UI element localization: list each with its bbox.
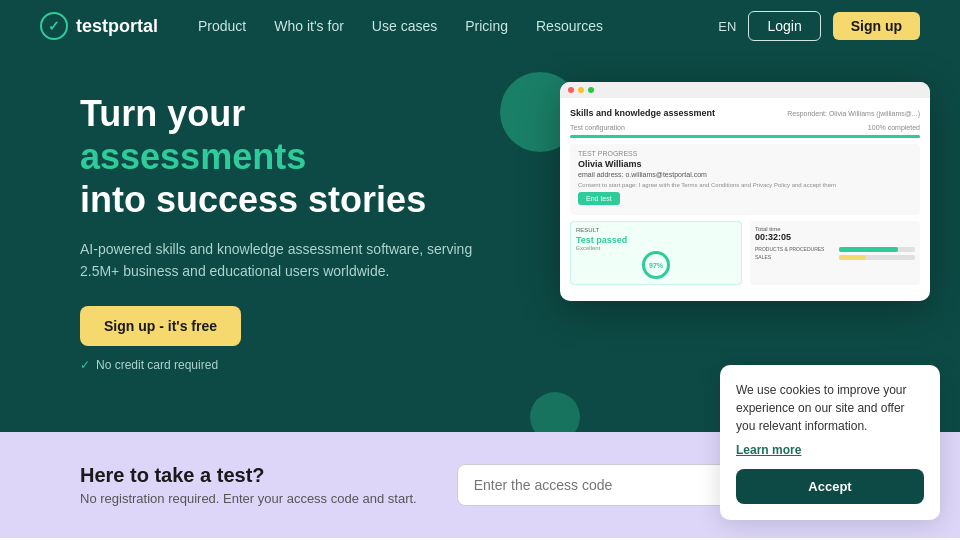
cookie-banner: We use cookies to improve your experienc… [720, 365, 940, 520]
result-passed-label: Test passed [576, 235, 736, 245]
nav-resources[interactable]: Resources [536, 18, 603, 34]
result-title-label: RESULT [576, 227, 736, 233]
headline-rest: into success stories [80, 179, 426, 220]
cookie-accept-button[interactable]: Accept [736, 469, 924, 504]
mockup-title: Skills and knowledge assessment [570, 108, 715, 118]
login-button[interactable]: Login [748, 11, 820, 41]
access-text: Here to take a test? No registration req… [80, 464, 417, 506]
mockup-progress-label: 100% completed [868, 124, 920, 131]
hero-cta-button[interactable]: Sign up - it's free [80, 306, 241, 346]
mockup-progress-row: Test configuration 100% completed [570, 124, 920, 131]
blob-3 [530, 392, 580, 432]
score-bars: PRODUCTS & PROCEDURES SALES [755, 246, 915, 260]
mockup-results: RESULT Test passed Excellent 97% Total t… [570, 221, 920, 285]
mockup-window: Skills and knowledge assessment Responde… [560, 82, 930, 301]
hero-description: AI-powered skills and knowledge assessme… [80, 238, 480, 283]
logo-text: testportal [76, 16, 158, 37]
mockup-section-label: Test configuration [570, 124, 625, 131]
bar-track-1 [839, 247, 915, 252]
hero-headline: Turn your assessments into success stori… [80, 92, 480, 222]
bar-row-1: PRODUCTS & PROCEDURES [755, 246, 915, 252]
hero-content: Turn your assessments into success stori… [80, 92, 480, 372]
logo-icon: ✓ [40, 12, 68, 40]
nav-links: Product Who it's for Use cases Pricing R… [198, 18, 686, 34]
bar-fill-1 [839, 247, 898, 252]
mockup-email: email address: o.williams@testportal.com [578, 171, 912, 178]
mockup-respondent: Respondent: Olivia Williams (jwilliams@.… [787, 110, 920, 117]
access-sub: No registration required. Enter your acc… [80, 491, 417, 506]
hero-mockup: Skills and knowledge assessment Responde… [560, 82, 930, 301]
mockup-result-passed: RESULT Test passed Excellent 97% [570, 221, 742, 285]
navbar: ✓ testportal Product Who it's for Use ca… [0, 0, 960, 52]
mockup-respondent-name: Olivia Williams [578, 159, 912, 169]
bar-name-2: SALES [755, 254, 835, 260]
mockup-time: Total time 00:32:05 PRODUCTS & PROCEDURE… [750, 221, 920, 285]
mockup-end-button[interactable]: End test [578, 192, 620, 205]
result-score-circle: 97% [642, 251, 670, 279]
time-value: 00:32:05 [755, 232, 915, 242]
headline-highlight: assessments [80, 136, 306, 177]
access-heading: Here to take a test? [80, 464, 417, 487]
lang-selector[interactable]: EN [718, 19, 736, 34]
signup-button[interactable]: Sign up [833, 12, 920, 40]
nav-pricing[interactable]: Pricing [465, 18, 508, 34]
nav-right: EN Login Sign up [718, 11, 920, 41]
mockup-consent: Consent to start page: I agree with the … [578, 182, 912, 188]
logo[interactable]: ✓ testportal [40, 12, 158, 40]
mockup-header: Skills and knowledge assessment Responde… [570, 108, 920, 118]
bar-name-1: PRODUCTS & PROCEDURES [755, 246, 835, 252]
cookie-learn-more[interactable]: Learn more [736, 443, 924, 457]
mockup-progress-fill [570, 135, 920, 138]
dot-green [588, 87, 594, 93]
headline-plain: Turn your [80, 93, 245, 134]
dot-red [568, 87, 574, 93]
cookie-text: We use cookies to improve your experienc… [736, 381, 924, 435]
mockup-body: Skills and knowledge assessment Responde… [560, 98, 930, 301]
bar-track-2 [839, 255, 915, 260]
access-code-input[interactable] [457, 464, 729, 506]
nav-usecases[interactable]: Use cases [372, 18, 437, 34]
no-credit-card-notice: No credit card required [80, 358, 480, 372]
mockup-progress-bar [570, 135, 920, 138]
bar-fill-2 [839, 255, 866, 260]
mockup-test-progress: TEST PROGRESS Olivia Williams email addr… [570, 144, 920, 215]
nav-who[interactable]: Who it's for [274, 18, 344, 34]
bar-row-2: SALES [755, 254, 915, 260]
dot-yellow [578, 87, 584, 93]
nav-product[interactable]: Product [198, 18, 246, 34]
mockup-titlebar [560, 82, 930, 98]
mockup-result-label: TEST PROGRESS [578, 150, 912, 157]
